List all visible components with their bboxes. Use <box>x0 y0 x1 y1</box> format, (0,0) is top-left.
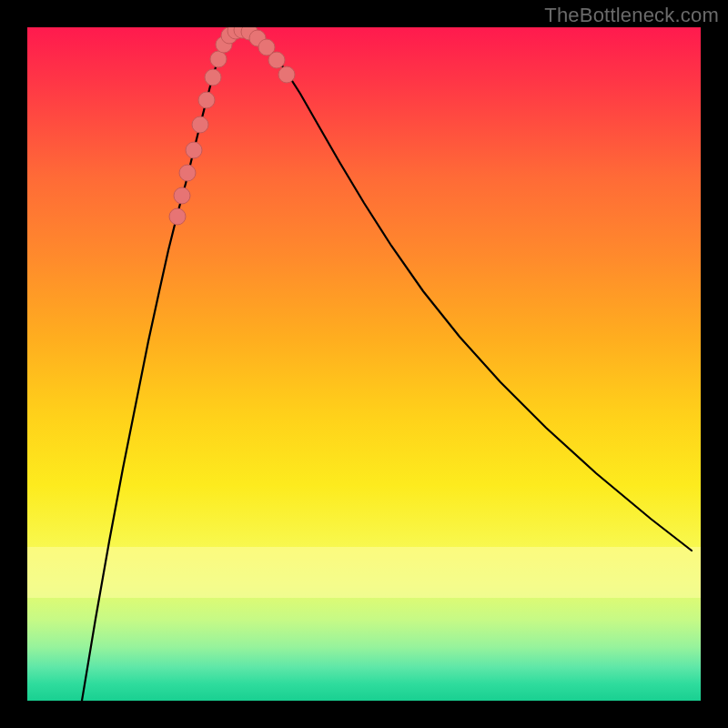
bottleneck-curve <box>82 30 692 701</box>
chart-svg <box>27 27 701 701</box>
marker-dot <box>174 187 190 204</box>
marker-dot <box>198 92 215 108</box>
marker-dot <box>179 165 196 181</box>
marker-dot <box>192 116 208 133</box>
marker-group <box>169 27 295 225</box>
marker-dot <box>210 51 227 67</box>
watermark-text: TheBottleneck.com <box>544 4 719 27</box>
marker-dot <box>186 142 202 158</box>
marker-dot <box>169 208 186 225</box>
chart-plot-area <box>27 27 701 701</box>
marker-dot <box>278 66 295 83</box>
marker-dot <box>268 52 285 68</box>
marker-dot <box>205 69 221 86</box>
